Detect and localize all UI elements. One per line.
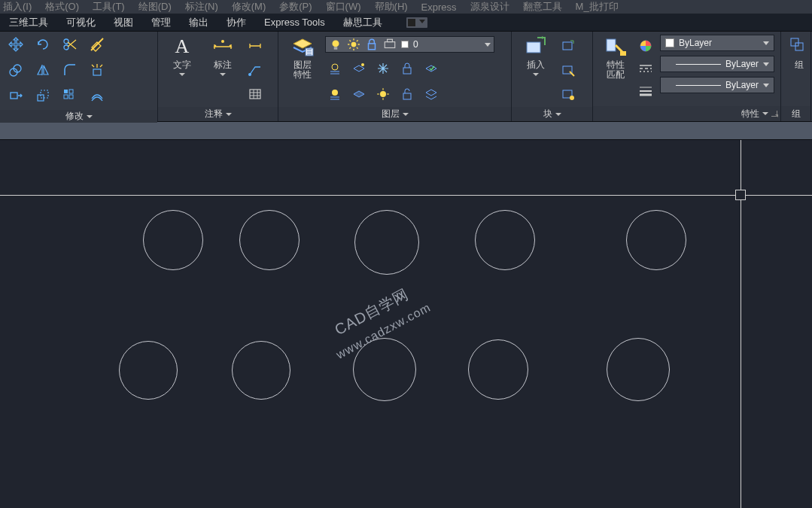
svg-point-19 — [351, 42, 357, 47]
menu-tools[interactable]: 工具(T) — [93, 0, 125, 14]
svg-point-24 — [361, 63, 364, 66]
watermark-text: CAD自学网 — [331, 284, 412, 340]
circle-entity[interactable] — [607, 338, 670, 401]
tab-collaborate[interactable]: 协作 — [227, 16, 246, 29]
caret-down-icon[interactable] — [87, 115, 93, 118]
layer-freeze-button[interactable] — [373, 59, 393, 78]
svg-rect-37 — [791, 38, 798, 46]
color-wheel-icon[interactable] — [636, 36, 655, 56]
svg-point-33 — [570, 96, 574, 100]
insert-label: 插入 — [527, 60, 545, 70]
menu-window[interactable]: 窗口(W) — [326, 0, 361, 14]
edit-block-button[interactable] — [558, 60, 578, 80]
lineweight-icon[interactable] — [636, 81, 655, 101]
fillet-button[interactable] — [60, 60, 80, 80]
offset-button[interactable] — [87, 86, 107, 105]
menu-draw[interactable]: 绘图(D) — [138, 0, 172, 14]
crosshair-horizontal — [0, 195, 812, 196]
create-block-button[interactable] — [558, 36, 578, 56]
circle-entity[interactable] — [468, 339, 528, 400]
layer-uniso-button[interactable] — [349, 84, 369, 104]
insert-block-button[interactable]: 插入 — [518, 35, 554, 76]
layer-on-button[interactable] — [325, 84, 345, 104]
circle-entity[interactable] — [626, 210, 686, 270]
layer-color-swatch — [401, 41, 409, 48]
layer-combo[interactable]: 0 — [325, 36, 494, 53]
stretch-button[interactable] — [6, 86, 26, 105]
menubar: 插入(I) 格式(O) 工具(T) 绘图(D) 标注(N) 修改(M) 参数(P… — [0, 0, 812, 14]
svg-rect-21 — [385, 42, 395, 48]
circle-entity[interactable] — [354, 210, 419, 275]
tab-output[interactable]: 输出 — [189, 16, 208, 29]
layer-match-button[interactable] — [421, 84, 441, 104]
tab-view[interactable]: 视图 — [114, 16, 133, 29]
rotate-button[interactable] — [33, 35, 53, 54]
lineweight-combo[interactable]: ByLayer — [660, 77, 774, 93]
layer-lock-button[interactable] — [397, 59, 417, 78]
panel-annotate: A 文字 标注 注释 — [158, 32, 278, 121]
layer-make-current-button[interactable] — [421, 59, 441, 78]
menu-insert[interactable]: 插入(I) — [3, 0, 32, 14]
mirror-button[interactable] — [33, 60, 53, 80]
color-combo[interactable]: ByLayer — [660, 35, 774, 51]
svg-point-1 — [64, 39, 68, 44]
ribbon-minimize-toggle[interactable] — [406, 17, 427, 28]
bulb-icon — [329, 38, 342, 51]
circle-entity[interactable] — [475, 210, 535, 270]
linetype-combo[interactable]: ByLayer — [660, 56, 774, 72]
dialog-launcher-icon[interactable] — [771, 111, 777, 117]
tab-3dtools[interactable]: 三维工具 — [9, 16, 48, 29]
array-button[interactable] — [60, 86, 80, 105]
caret-down-icon[interactable] — [226, 113, 232, 116]
circle-entity[interactable] — [353, 338, 416, 401]
caret-down-icon[interactable] — [403, 113, 409, 116]
tab-visualize[interactable]: 可视化 — [66, 16, 96, 29]
tab-hesi[interactable]: 赫思工具 — [343, 16, 382, 29]
tab-manage[interactable]: 管理 — [151, 16, 171, 29]
menu-help[interactable]: 帮助(H) — [375, 0, 408, 14]
tab-express-tools[interactable]: Express Tools — [264, 17, 325, 28]
linetype-icon[interactable] — [636, 59, 655, 78]
menu-express[interactable]: Express — [421, 2, 457, 13]
circle-entity[interactable] — [143, 210, 203, 270]
text-button[interactable]: A 文字 — [164, 35, 200, 76]
caret-down-icon[interactable] — [762, 112, 768, 115]
svg-rect-18 — [334, 47, 338, 49]
menu-batch-print[interactable]: M_批打印 — [576, 0, 619, 14]
linear-dim-button[interactable] — [245, 36, 265, 56]
dimension-button[interactable]: 标注 — [205, 35, 241, 76]
layer-off-button[interactable] — [325, 59, 345, 78]
menu-format[interactable]: 格式(O) — [45, 0, 79, 14]
menu-parametric[interactable]: 参数(P) — [279, 0, 312, 14]
explode-button[interactable] — [87, 60, 107, 80]
layer-iso-button[interactable] — [349, 59, 369, 78]
menu-fanyi[interactable]: 翻意工具 — [523, 0, 562, 14]
trim-button[interactable] — [60, 35, 80, 54]
svg-rect-34 — [607, 39, 616, 51]
leader-button[interactable] — [245, 60, 265, 80]
erase-button[interactable] — [87, 35, 107, 54]
layer-properties-button[interactable]: 图层 特性 — [284, 35, 321, 80]
panel-blocks: 插入 块 — [512, 32, 593, 121]
copy-button[interactable] — [6, 60, 26, 80]
edit-attributes-button[interactable] — [558, 84, 578, 104]
menu-modify[interactable]: 修改(M) — [232, 0, 266, 14]
menu-dimension[interactable]: 标注(N) — [185, 0, 218, 14]
table-button[interactable] — [245, 84, 265, 104]
ribbon: 修改 A 文字 标注 注释 图层 — [0, 32, 812, 122]
group-button[interactable]: 组 — [787, 35, 811, 70]
panel-properties-title: 特性 — [741, 108, 759, 120]
svg-rect-11 — [69, 95, 73, 99]
caret-down-icon[interactable] — [555, 113, 561, 116]
layer-unlock-button[interactable] — [397, 84, 417, 104]
drawing-canvas[interactable]: CAD自学网 www.cadzxw.com — [0, 140, 812, 508]
circle-entity[interactable] — [232, 341, 290, 400]
match-properties-button[interactable]: 特性 匹配 — [599, 35, 631, 80]
move-button[interactable] — [6, 35, 26, 54]
circle-entity[interactable] — [239, 210, 300, 270]
menu-yuanquan[interactable]: 源泉设计 — [470, 0, 509, 14]
circle-entity[interactable] — [119, 341, 178, 400]
svg-rect-35 — [620, 51, 626, 56]
layer-thaw-button[interactable] — [373, 84, 393, 104]
scale-button[interactable] — [33, 86, 53, 105]
